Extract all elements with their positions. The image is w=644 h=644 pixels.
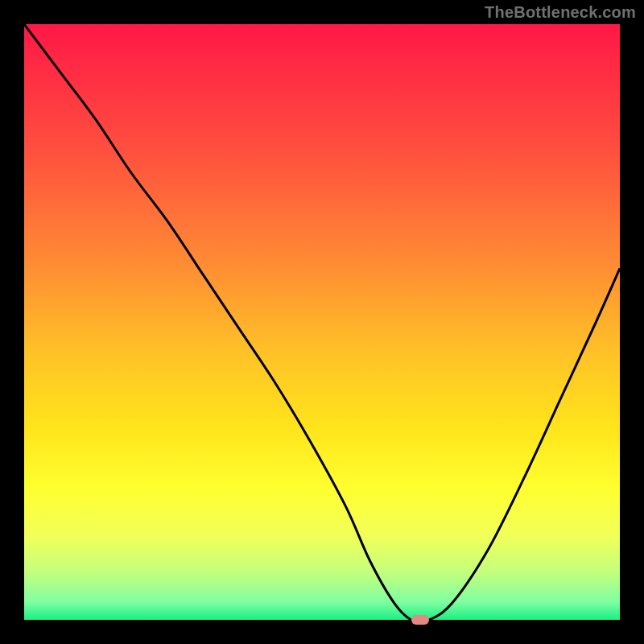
chart-frame: TheBottleneck.com	[0, 0, 644, 644]
optimal-point-marker	[411, 615, 429, 625]
bottleneck-curve	[24, 24, 620, 620]
attribution-label: TheBottleneck.com	[485, 3, 636, 22]
plot-area	[24, 24, 620, 620]
curve-layer	[24, 24, 620, 620]
